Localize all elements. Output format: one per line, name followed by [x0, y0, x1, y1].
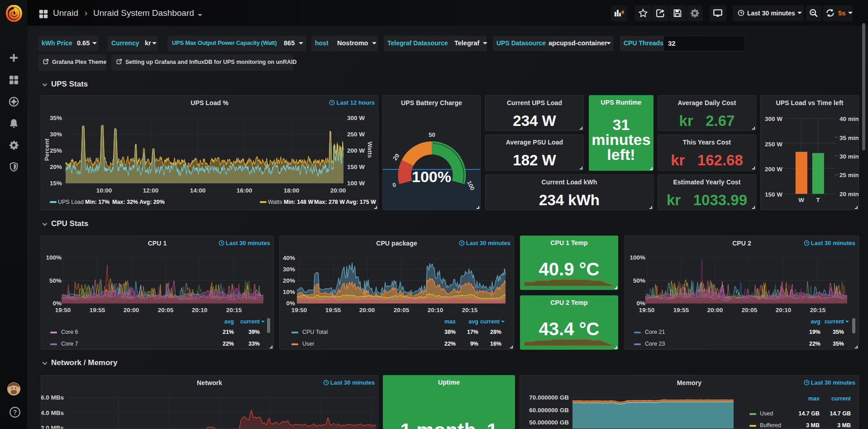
svg-text:50: 50 [429, 131, 435, 138]
svg-text:20: 20 [391, 152, 401, 161]
svg-text:?: ? [13, 409, 17, 416]
